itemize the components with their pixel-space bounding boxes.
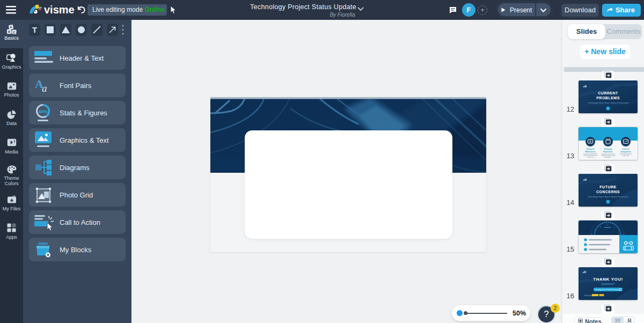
svg-text:▸M: ▸M <box>582 271 586 274</box>
svg-text:PROBLEMS: PROBLEMS <box>596 96 620 100</box>
svg-text:Delayed: Delayed <box>604 148 612 150</box>
svg-text:Questions?: Questions? <box>601 282 615 285</box>
svg-text:Technology Project Status Upda: Technology Project Status Update Present… <box>588 196 628 198</box>
svg-text:40%: 40% <box>38 109 47 114</box>
svg-text:Technology Project Status Upda: Technology Project Status Update Present… <box>588 102 628 104</box>
svg-text:Milestones: Milestones <box>585 151 596 153</box>
svg-text:▸M: ▸M <box>583 85 587 88</box>
svg-text:✓: ✓ <box>585 239 587 241</box>
svg-text:THANK YOU!: THANK YOU! <box>593 277 623 282</box>
svg-text:✓: ✓ <box>585 244 587 246</box>
svg-text:a fuster cat: a fuster cat <box>587 156 594 158</box>
svg-text:CONCERNS: CONCERNS <box>596 190 620 194</box>
svg-text:Technology Project Status Pres: Technology Project Status Presentation <box>595 289 620 291</box>
svg-text:✓: ✓ <box>585 249 587 251</box>
svg-text:Lack of: Lack of <box>622 148 630 150</box>
svg-text:▸M: ▸M <box>583 179 587 181</box>
svg-text:B: B <box>8 30 11 33</box>
svg-text:might add: might add <box>623 155 629 157</box>
svg-text:Integration: Integration <box>620 151 631 153</box>
svg-text:Powered by: Powered by <box>584 295 593 297</box>
svg-text:Payments: Payments <box>603 151 613 153</box>
svg-text:CURRENT: CURRENT <box>598 91 618 95</box>
svg-text:FUTURE: FUTURE <box>599 185 616 189</box>
svg-text:paradigm...: paradigm... <box>605 156 612 158</box>
svg-text:a: a <box>42 83 47 93</box>
svg-text:Delayed: Delayed <box>587 148 595 150</box>
